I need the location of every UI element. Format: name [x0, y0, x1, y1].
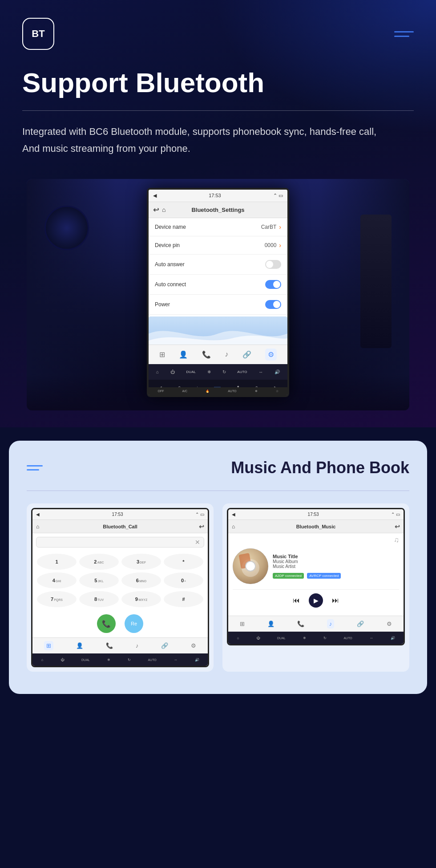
screen-bottom-nav: ⊞ 👤 📞 ♪ 🔗 ⚙	[149, 345, 287, 364]
call-bottom-ctrl: ⌂ ⏻ DUAL ❄ ↻ AUTO ↔ 🔊	[32, 653, 208, 666]
top-section: BT Support Bluetooth Integrated with BC6…	[0, 0, 436, 427]
subtitle: Integrated with BC6 Bluetooth module, su…	[22, 123, 414, 157]
a2dp-badge: A2DP connected	[273, 573, 304, 579]
dial-hash[interactable]: #	[164, 591, 203, 607]
music-bottom-ctrl: ⌂ ⏻ DUAL ❄ ↻ AUTO ↔ 🔊	[228, 632, 404, 644]
dial-7[interactable]: 7PQRS	[37, 591, 77, 607]
title-divider	[22, 110, 414, 111]
bottom-menu-icon[interactable]	[27, 465, 43, 471]
dashboard-container: ◀ 17:53 ⌃ ▭ ⌂ Bluetooth_Settings ↩ Devic…	[22, 179, 414, 410]
grid-nav-icon[interactable]: ⊞	[159, 350, 165, 359]
settings-nav-icon[interactable]: ⚙	[265, 349, 277, 361]
screens-row: ◀ 17:53 ⌃ ▭ ⌂ Bluetooth_Call ↩ ✕ 1 2AB	[27, 503, 409, 672]
bottom-section: Music And Phone Book ◀ 17:53 ⌃ ▭ ⌂ Bluet…	[9, 441, 427, 694]
page-title: Support Bluetooth	[22, 68, 414, 98]
prev-button[interactable]: ⏮	[293, 596, 300, 604]
dial-1[interactable]: 1	[37, 554, 77, 570]
bt-logo: BT	[22, 18, 54, 50]
album-art	[233, 548, 268, 584]
music-settings-icon[interactable]: ⚙	[387, 621, 392, 627]
car-dashboard: ◀ 17:53 ⌃ ▭ ⌂ Bluetooth_Settings ↩ Devic…	[27, 179, 409, 410]
power-toggle[interactable]	[265, 300, 281, 309]
dialpad: 1 2ABC 3DEF * 4GHI 5JKL 6MNO 0+ 7PQRS 8T…	[32, 551, 208, 610]
music-bottom-nav: ⊞ 👤 📞 ♪ 🔗 ⚙	[228, 616, 404, 632]
bluetooth-settings-screen: ◀ 17:53 ⌃ ▭ ⌂ Bluetooth_Settings ↩ Devic…	[147, 188, 289, 397]
call-settings-icon[interactable]: ⚙	[191, 642, 196, 649]
bottom-section-title: Music And Phone Book	[231, 458, 409, 477]
music-screen-wrap: ◀ 17:53 ⌃ ▭ ⌂ Bluetooth_Music ↩ ♫	[222, 503, 409, 672]
bottom-divider	[27, 491, 409, 491]
play-button[interactable]: ▶	[309, 593, 323, 608]
header: BT	[22, 18, 414, 50]
music-info: Music Title Music Album Music Artist A2D…	[273, 554, 399, 579]
music-nav-icon[interactable]: ♪	[225, 350, 228, 358]
phone-nav-icon[interactable]: 📞	[202, 350, 211, 359]
music-controls: ⏮ ▶ ⏭	[233, 589, 399, 611]
call-phone-icon[interactable]: 📞	[106, 642, 113, 649]
settings-content: Device name CarBT › Device pin 0000 ›	[149, 218, 287, 352]
device-name-row: Device name CarBT ›	[149, 218, 287, 236]
music-grid-icon[interactable]: ⊞	[240, 621, 245, 627]
music-phone-icon[interactable]: 📞	[297, 621, 304, 627]
dial-9[interactable]: 9WXYZ	[121, 591, 161, 607]
bluetooth-call-screen: ◀ 17:53 ⌃ ▭ ⌂ Bluetooth_Call ↩ ✕ 1 2AB	[31, 508, 209, 667]
next-button[interactable]: ⏭	[332, 596, 339, 604]
music-content: Music Title Music Album Music Artist A2D…	[228, 544, 404, 616]
redial-button[interactable]: Re	[125, 614, 143, 633]
person-nav-icon[interactable]: 👤	[179, 350, 188, 359]
call-link-icon[interactable]: 🔗	[161, 642, 168, 649]
dial-0[interactable]: 0+	[164, 572, 203, 588]
dial-6[interactable]: 6MNO	[121, 572, 161, 588]
dial-8[interactable]: 8TUV	[79, 591, 119, 607]
auto-connect-row: Auto connect	[149, 275, 287, 295]
call-grid-icon[interactable]: ⊞	[44, 641, 53, 650]
dial-3[interactable]: 3DEF	[121, 554, 161, 570]
call-nav-bar: ⌂ Bluetooth_Call ↩	[32, 520, 208, 533]
music-nav-bar: ⌂ Bluetooth_Music ↩	[228, 520, 404, 533]
avrcp-badge: AVRCP connected	[307, 573, 341, 579]
bluetooth-music-screen: ◀ 17:53 ⌃ ▭ ⌂ Bluetooth_Music ↩ ♫	[227, 508, 405, 645]
call-search-bar[interactable]: ✕	[36, 537, 204, 548]
screen-nav-bar: ⌂ Bluetooth_Settings ↩	[149, 202, 287, 218]
music-person-icon[interactable]: 👤	[267, 621, 275, 627]
call-person-icon[interactable]: 👤	[76, 642, 83, 649]
dial-star[interactable]: *	[164, 554, 203, 570]
screen-status-bar: ◀ 17:53 ⌃ ▭	[149, 190, 287, 202]
device-pin-row: Device pin 0000 ›	[149, 236, 287, 255]
dial-2[interactable]: 2ABC	[79, 554, 119, 570]
music-note-icon[interactable]: ♪	[327, 619, 335, 629]
auto-answer-row: Auto answer	[149, 255, 287, 275]
power-row: Power	[149, 295, 287, 315]
call-status-bar: ◀ 17:53 ⌃ ▭	[32, 509, 208, 520]
call-bottom-nav: ⊞ 👤 📞 ♪ 🔗 ⚙	[32, 637, 208, 653]
call-actions: 📞 Re	[32, 610, 208, 637]
auto-answer-toggle[interactable]	[265, 260, 281, 269]
auto-connect-toggle[interactable]	[265, 280, 281, 289]
bottom-header: Music And Phone Book	[27, 458, 409, 477]
call-screen-wrap: ◀ 17:53 ⌃ ▭ ⌂ Bluetooth_Call ↩ ✕ 1 2AB	[27, 503, 214, 672]
music-player-area: Music Title Music Album Music Artist A2D…	[233, 548, 399, 584]
hamburger-menu-icon[interactable]	[394, 31, 414, 37]
music-status-bar: ◀ 17:53 ⌃ ▭	[228, 509, 404, 520]
call-button[interactable]: 📞	[97, 614, 116, 633]
link-nav-icon[interactable]: 🔗	[242, 350, 251, 359]
dial-4[interactable]: 4GHI	[37, 572, 77, 588]
call-music-icon[interactable]: ♪	[136, 642, 139, 649]
music-link-icon[interactable]: 🔗	[357, 621, 364, 627]
dial-5[interactable]: 5JKL	[79, 572, 119, 588]
